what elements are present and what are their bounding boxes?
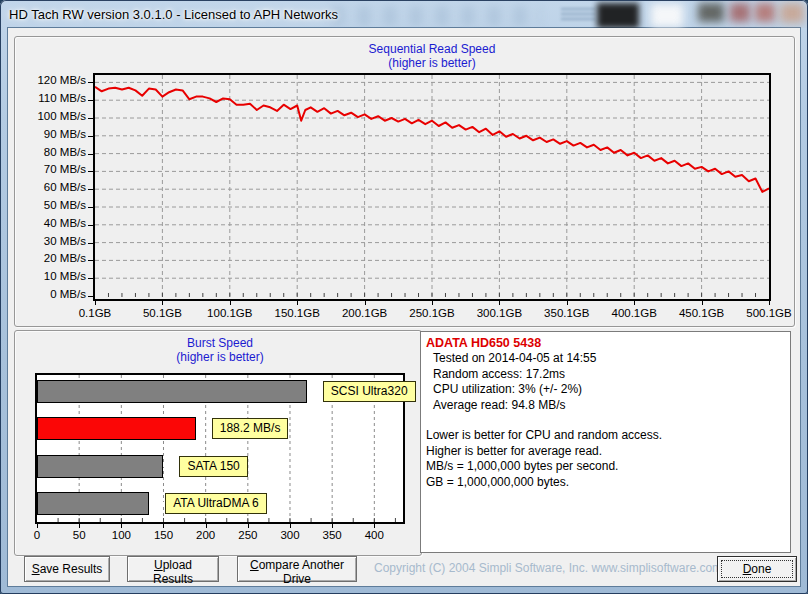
- drive-detail-line: Tested on 2014-04-05 at 14:55: [426, 351, 785, 367]
- x-axis-tick: [769, 301, 770, 305]
- y-axis-tick: [88, 243, 93, 244]
- burst-bar-label: 188.2 MB/s: [212, 418, 289, 439]
- y-axis-label: 50 MB/s: [15, 199, 86, 211]
- app-window: HD Tach RW version 3.0.1.0 - Licensed to…: [0, 0, 808, 594]
- x-axis-tick: [290, 524, 291, 528]
- y-axis-label: 0 MB/s: [15, 288, 86, 300]
- drive-detail-line: Average read: 94.8 MB/s: [426, 398, 785, 414]
- upload-results-button[interactable]: Upload Results: [127, 556, 219, 582]
- drive-test-details: Tested on 2014-04-05 at 14:55Random acce…: [426, 351, 785, 413]
- x-axis-label: 150: [147, 529, 179, 541]
- y-axis-tick: [88, 278, 93, 279]
- x-axis-tick: [567, 301, 568, 305]
- x-axis-tick: [121, 524, 122, 528]
- x-axis-label: 200: [190, 529, 222, 541]
- y-axis-label: 100 MB/s: [15, 110, 86, 122]
- y-axis-label: 40 MB/s: [15, 217, 86, 229]
- bar-label-connector: [196, 427, 212, 429]
- x-axis-label: 400.1GB: [604, 307, 664, 319]
- y-axis-tick: [88, 82, 93, 83]
- titlebar-blur-blob: [755, 3, 775, 22]
- x-axis-tick: [432, 301, 433, 305]
- titlebar-blur-blob: [780, 3, 804, 23]
- titlebar-blur-blob: [597, 3, 639, 28]
- x-axis-label: 400: [358, 529, 390, 541]
- drive-detail-line: Random access: 17.2ms: [426, 367, 785, 383]
- y-axis-label: 110 MB/s: [15, 92, 86, 104]
- copyright-text: Copyright (C) 2004 Simpli Software, Inc.…: [374, 561, 714, 575]
- save-results-button[interactable]: Save Results: [24, 556, 110, 582]
- burst-chart-subtitle: (higher is better): [176, 350, 263, 364]
- x-axis-label: 0: [21, 529, 53, 541]
- y-axis-label: 20 MB/s: [15, 252, 86, 264]
- x-axis-tick: [374, 524, 375, 528]
- burst-bar-label: SATA 150: [179, 456, 247, 477]
- x-axis-label: 300.1GB: [469, 307, 529, 319]
- info-note-line: MB/s = 1,000,000 bytes per second.: [426, 459, 785, 475]
- x-axis-label: 350.1GB: [537, 307, 597, 319]
- burst-speed-plot: SCSI Ultra320188.2 MB/sSATA 150ATA Ultra…: [35, 373, 405, 524]
- bar-label-connector: [163, 465, 179, 467]
- y-axis-label: 80 MB/s: [15, 146, 86, 158]
- burst-bar: [37, 417, 196, 440]
- x-axis-tick: [162, 301, 163, 305]
- x-axis-tick: [37, 524, 38, 528]
- y-axis-tick: [88, 296, 93, 297]
- burst-bar: [37, 492, 149, 515]
- y-axis-label: 60 MB/s: [15, 181, 86, 193]
- x-axis-label: 50.1GB: [132, 307, 192, 319]
- done-button[interactable]: Done: [717, 556, 797, 582]
- y-axis-tick: [88, 225, 93, 226]
- info-note-line: GB = 1,000,000,000 bytes.: [426, 475, 785, 491]
- titlebar-blur-blob: [561, 8, 595, 23]
- burst-chart-title: Burst Speed: [187, 336, 253, 350]
- drive-name: ADATA HD650 5438: [426, 335, 785, 351]
- x-axis-label: 100.1GB: [200, 307, 260, 319]
- x-axis-tick: [230, 301, 231, 305]
- titlebar-blur-blob: [698, 3, 724, 22]
- drive-info-notes: Lower is better for CPU and random acces…: [426, 428, 785, 490]
- y-axis-label: 10 MB/s: [15, 270, 86, 282]
- read-speed-plot: [93, 73, 771, 301]
- burst-bar: [37, 455, 163, 478]
- y-axis-tick: [88, 260, 93, 261]
- bar-label-connector: [307, 390, 323, 392]
- x-axis-label: 50: [63, 529, 95, 541]
- x-axis-label: 200.1GB: [335, 307, 395, 319]
- y-axis-label: 30 MB/s: [15, 235, 86, 247]
- x-axis-tick: [206, 524, 207, 528]
- x-axis-label: 450.1GB: [672, 307, 732, 319]
- x-axis-tick: [332, 524, 333, 528]
- burst-bar: [37, 380, 307, 403]
- read-chart-subtitle: (higher is better): [388, 56, 475, 70]
- burst-bar-label: ATA UltraDMA 6: [165, 493, 267, 514]
- info-note-line: Lower is better for CPU and random acces…: [426, 428, 785, 444]
- burst-speed-chart-group: Burst Speed (higher is better) SCSI Ultr…: [14, 330, 422, 556]
- x-axis-label: 100: [105, 529, 137, 541]
- dialog-client-area: Sequential Read Speed (higher is better)…: [8, 28, 800, 586]
- x-axis-tick: [297, 301, 298, 305]
- y-axis-tick: [88, 100, 93, 101]
- spacer: [426, 413, 785, 428]
- y-axis-tick: [88, 118, 93, 119]
- x-axis-tick: [365, 301, 366, 305]
- x-axis-label: 300: [274, 529, 306, 541]
- x-axis-label: 350: [316, 529, 348, 541]
- info-note-line: Higher is better for average read.: [426, 444, 785, 460]
- burst-bar-label: SCSI Ultra320: [323, 381, 416, 402]
- titlebar-blur-blob: [651, 4, 683, 27]
- y-axis-tick: [88, 154, 93, 155]
- titlebar-blur-blob: [730, 3, 750, 22]
- drive-detail-line: CPU utilization: 3% (+/- 2%): [426, 382, 785, 398]
- y-axis-label: 70 MB/s: [15, 163, 86, 175]
- y-axis-label: 120 MB/s: [15, 74, 86, 86]
- x-axis-label: 250.1GB: [402, 307, 462, 319]
- bar-label-connector: [149, 502, 165, 504]
- y-axis-label: 90 MB/s: [15, 128, 86, 140]
- x-axis-tick: [634, 301, 635, 305]
- compare-another-drive-button[interactable]: Compare Another Drive: [237, 556, 357, 582]
- x-axis-label: 500.1GB: [739, 307, 799, 319]
- x-axis-label: 150.1GB: [267, 307, 327, 319]
- x-axis-label: 0.1GB: [65, 307, 125, 319]
- titlebar[interactable]: HD Tach RW version 3.0.1.0 - Licensed to…: [1, 1, 807, 28]
